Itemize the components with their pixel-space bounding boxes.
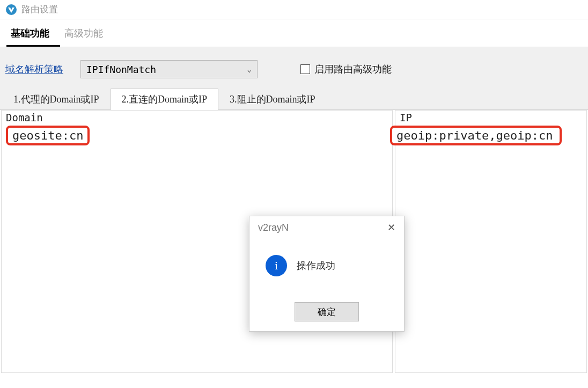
dialog-footer: 确定 bbox=[249, 298, 404, 331]
dns-strategy-dropdown[interactable]: IPIfNonMatch ⌄ bbox=[80, 60, 258, 78]
chevron-down-icon: ⌄ bbox=[247, 65, 252, 74]
close-icon[interactable]: ✕ bbox=[385, 222, 398, 233]
sub-tab-row: 1.代理的Domain或IP 2.直连的Domain或IP 3.阻止的Domai… bbox=[0, 88, 588, 110]
main-tab-row: 基础功能 高级功能 bbox=[0, 19, 588, 47]
checkbox-box[interactable] bbox=[300, 64, 310, 74]
subtab-proxy[interactable]: 1.代理的Domain或IP bbox=[2, 89, 111, 110]
domain-textarea[interactable]: geosite:cn bbox=[6, 126, 90, 145]
ip-panel: IP geoip:private,geoip:cn bbox=[395, 110, 587, 373]
dialog-header: v2rayN ✕ bbox=[249, 216, 404, 237]
dialog-message: 操作成功 bbox=[297, 259, 335, 272]
tab-basic[interactable]: 基础功能 bbox=[6, 24, 60, 47]
ip-panel-title: IP bbox=[395, 111, 586, 125]
subtab-direct[interactable]: 2.直连的Domain或IP bbox=[111, 89, 219, 110]
message-dialog: v2rayN ✕ i 操作成功 确定 bbox=[249, 216, 405, 332]
titlebar: 路由设置 bbox=[0, 0, 588, 19]
subtab-block[interactable]: 3.阻止的Domain或IP bbox=[218, 89, 327, 110]
tab-advanced[interactable]: 高级功能 bbox=[60, 24, 114, 47]
svg-point-0 bbox=[6, 4, 17, 15]
ip-textarea[interactable]: geoip:private,geoip:cn bbox=[390, 126, 562, 145]
enable-advanced-checkbox[interactable]: 启用路由高级功能 bbox=[300, 63, 392, 76]
window-title: 路由设置 bbox=[21, 3, 58, 16]
dns-strategy-link[interactable]: 域名解析策略 bbox=[5, 63, 63, 76]
checkbox-label: 启用路由高级功能 bbox=[314, 63, 392, 76]
app-icon bbox=[5, 4, 17, 16]
dialog-title: v2rayN bbox=[258, 222, 289, 233]
dialog-body: i 操作成功 bbox=[249, 237, 404, 298]
dropdown-value: IPIfNonMatch bbox=[86, 64, 156, 75]
ok-button[interactable]: 确定 bbox=[295, 302, 359, 321]
domain-panel-title: Domain bbox=[2, 111, 392, 125]
toolbar: 域名解析策略 IPIfNonMatch ⌄ 启用路由高级功能 bbox=[0, 47, 588, 88]
info-icon: i bbox=[266, 255, 287, 276]
